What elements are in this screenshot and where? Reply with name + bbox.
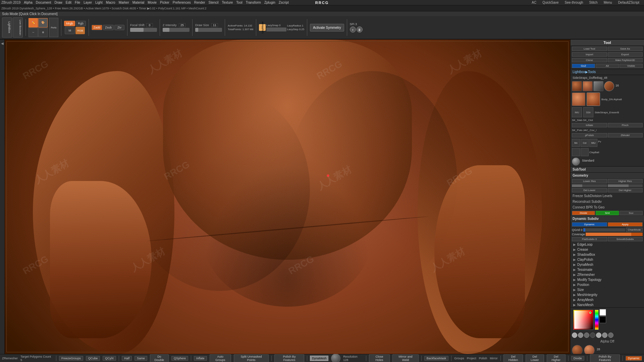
color-icon[interactable]: 🎨 <box>38 18 48 27</box>
chanmode-btn[interactable]: ChanMode <box>626 228 643 232</box>
del-higher-btn[interactable]: Del Higher <box>608 188 643 192</box>
menu-btn[interactable]: Menu <box>604 1 612 4</box>
dynamic-subdiv-label[interactable]: Dynamic Subdiv <box>571 216 644 222</box>
draw-size-slider[interactable] <box>195 28 222 32</box>
qsphere-btn[interactable]: QSphere <box>171 356 188 361</box>
app-title[interactable]: ZBrush 2019 <box>1 1 20 4</box>
smooth-subdiv-btn[interactable]: SmoothSubdiv <box>608 237 643 241</box>
ziv-btn[interactable]: Ziv <box>114 25 124 30</box>
flat-subdiv-btn[interactable]: FlatSubdiv 0 <box>572 237 607 241</box>
black-swatch[interactable] <box>599 316 606 323</box>
crease-item[interactable]: ▶ Crease <box>571 247 644 252</box>
smt-btn[interactable]: Smt <box>596 211 619 215</box>
lightbox-btn[interactable]: LightBox <box>2 17 12 38</box>
sidestraps-icon-2[interactable]: SStr <box>583 107 593 117</box>
zsub-btn[interactable]: Zsub <box>103 25 114 30</box>
polish-features-2-btn[interactable]: Polish By Features <box>590 354 620 362</box>
draw-icon[interactable]: ✏️ <box>29 18 38 27</box>
geometry-header[interactable]: Geometry <box>571 173 644 178</box>
focal-shift-slider[interactable] <box>130 28 157 32</box>
menu-transform[interactable]: Transform <box>246 1 261 4</box>
array-mesh-item[interactable]: ▶ ArrayMesh <box>571 297 644 302</box>
suv-btn[interactable]: Suv <box>620 211 643 215</box>
position-item[interactable]: ▶ Position <box>571 282 644 287</box>
edgeloop-item[interactable]: ▶ EdgeLoop <box>571 242 644 247</box>
lower-res-btn[interactable]: Lower Res <box>572 179 607 183</box>
menu-marker[interactable]: Marker <box>119 1 129 4</box>
mirror-weld-btn[interactable]: Mirror and Weld <box>392 354 419 362</box>
z-intensity-slider[interactable] <box>163 28 190 32</box>
mesh-preview-2[interactable] <box>583 81 593 91</box>
backface-mask-btn[interactable]: BackfaceMask <box>424 356 449 361</box>
lightbox-tools-label[interactable]: Lightbox▶Tools <box>571 69 644 75</box>
freeze-subdiv-label[interactable]: Freeze SubDivision Levels <box>571 193 644 199</box>
move-btn-icon[interactable]: Mv <box>572 139 580 147</box>
menu-preferences[interactable]: Preferences <box>173 1 191 4</box>
clone-btn[interactable]: Clone <box>572 58 607 62</box>
left-arrow-btn[interactable]: ◀ <box>1 42 4 45</box>
del-higher-bottom-btn[interactable]: Del Higher <box>547 354 566 362</box>
same-btn[interactable]: Same <box>135 356 147 361</box>
body-alpha-preview[interactable] <box>572 93 585 106</box>
save-as-btn[interactable]: Save As <box>608 47 643 51</box>
color-picker[interactable] <box>573 310 593 330</box>
menu-material[interactable]: Material <box>132 1 145 4</box>
ppolish-btn[interactable]: pPolish <box>572 133 607 137</box>
close-holes-btn[interactable]: Close Holes <box>369 354 390 362</box>
move-icon[interactable]: ↔ <box>29 28 38 37</box>
auto-groups-btn[interactable]: Auto Groups <box>210 354 231 362</box>
mesh-preview-1[interactable] <box>572 81 582 91</box>
menu-zscript[interactable]: Zscript <box>279 1 289 4</box>
menu-render[interactable]: Render <box>194 1 205 4</box>
menu-zplugin[interactable]: Zplugin <box>264 1 275 4</box>
m-btn[interactable]: M <box>65 27 75 34</box>
wire-btn[interactable] <box>581 148 589 156</box>
matcap-sphere-1[interactable] <box>572 345 583 354</box>
live-boolean-btn[interactable]: Live Boolean <box>13 17 23 38</box>
goz-btn[interactable]: GoZ <box>572 64 595 68</box>
lazy-snap-slider[interactable] <box>266 27 286 32</box>
alpha-circle[interactable]: ▓ <box>357 26 363 33</box>
half-btn[interactable]: Half <box>122 356 132 361</box>
zremesher-item[interactable]: ▶ ZRemesher <box>571 272 644 277</box>
imu-btn[interactable]: IMU <box>589 139 597 147</box>
visible-btn[interactable]: Visible <box>620 64 643 68</box>
color-strip[interactable] <box>595 310 599 330</box>
standard-sphere-btn[interactable] <box>572 158 580 166</box>
coverage-slider[interactable] <box>586 233 643 236</box>
dynamesh-item[interactable]: ▶ DynaMesh <box>571 262 644 267</box>
menu-draw[interactable]: Draw <box>54 1 62 4</box>
menu-light[interactable]: Light <box>95 1 103 4</box>
higher-step-slider[interactable] <box>608 184 643 187</box>
claypolish-item[interactable]: ▶ ClayPolish <box>571 257 644 262</box>
menu-alpha[interactable]: Alpha <box>24 1 33 4</box>
lazy-mouse-indicator[interactable]: LazyMouse <box>259 24 266 31</box>
menu-picker[interactable]: Picker <box>160 1 169 4</box>
inflate-btn[interactable]: Inflate <box>572 123 607 127</box>
perfab-icon[interactable]: Perfo <box>49 18 58 37</box>
nano-mesh-item[interactable]: ▶ NanoMesh <box>571 302 644 307</box>
defaultzscript-btn[interactable]: DefaultZScript <box>618 1 639 4</box>
sidestraps-eraser-icon[interactable]: IMU <box>572 107 582 117</box>
shadowbox-item[interactable]: ▶ ShadowBox <box>571 252 644 257</box>
inflate-bottom-btn[interactable]: Inflate <box>194 356 207 361</box>
menu-tool[interactable]: Tool <box>236 1 242 4</box>
apply-btn[interactable]: Apply <box>608 222 643 227</box>
dot-gray3[interactable] <box>590 333 595 338</box>
mesh-preview-sphere[interactable] <box>604 81 614 91</box>
dot-gray2[interactable] <box>584 333 589 338</box>
dot-gray6[interactable] <box>608 333 613 338</box>
col2-btn[interactable]: Col <box>581 139 589 147</box>
dynmesh-bottom-btn[interactable]: DynaMesh <box>310 356 328 361</box>
all-btn[interactable]: All <box>596 64 619 68</box>
connect-bpr-label[interactable]: Connect BPR To Geo <box>571 204 644 210</box>
menu-file[interactable]: File <box>75 1 80 4</box>
lazy-mouse-label[interactable]: LazyMouse <box>261 21 264 34</box>
qgrid-slider[interactable] <box>583 228 625 232</box>
dot-gray4[interactable] <box>596 333 601 338</box>
tessimate-item[interactable]: ▶ Tessimate <box>571 267 644 272</box>
ac-btn[interactable]: AC <box>532 1 536 4</box>
seethrough-btn[interactable]: See-through <box>565 1 583 4</box>
del-lower-bottom-btn[interactable]: Del Lower <box>526 354 544 362</box>
matcap-sphere-2[interactable] <box>584 345 595 354</box>
